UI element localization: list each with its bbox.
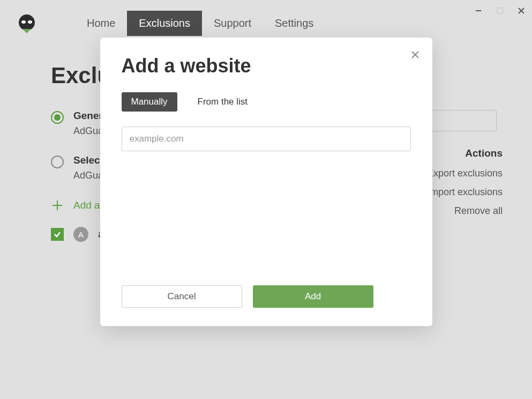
add-website-modal: Add a website Manually From the list Can…	[100, 38, 432, 326]
website-input[interactable]	[122, 127, 411, 151]
modal-overlay: Add a website Manually From the list Can…	[0, 0, 532, 399]
modal-close-button[interactable]	[409, 48, 422, 61]
add-button[interactable]: Add	[253, 285, 373, 308]
modal-title: Add a website	[122, 55, 411, 77]
cancel-button[interactable]: Cancel	[122, 285, 242, 308]
modal-tab-from-list[interactable]: From the list	[188, 92, 258, 112]
modal-tab-manually[interactable]: Manually	[122, 92, 177, 112]
